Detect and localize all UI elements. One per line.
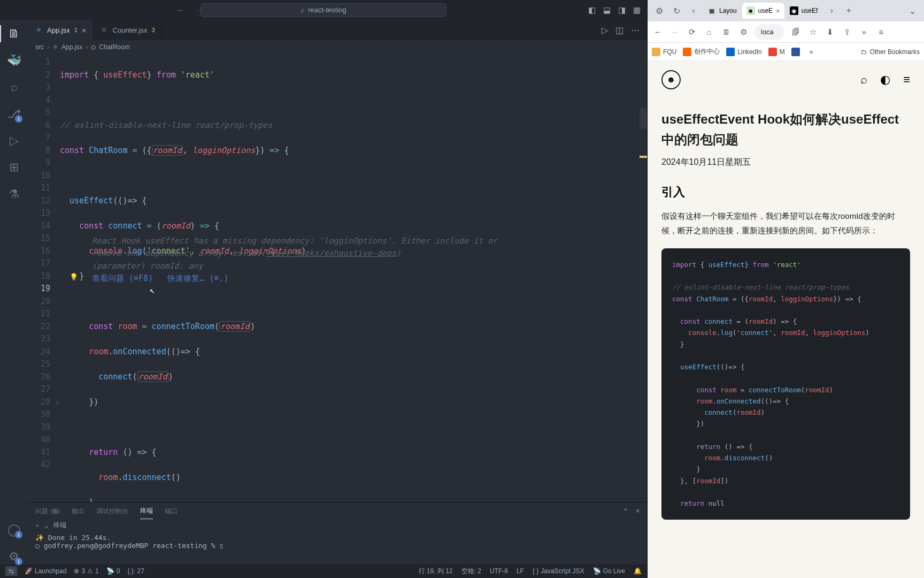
url-bar: ← → ⟳ ⌂ 🗏 ⚙ loca 🗐 ☆ ⬇ ⇪ » ≡: [648, 21, 924, 43]
tab-counter-jsx[interactable]: ⚛ Counter.jsx 3: [94, 20, 162, 40]
new-tab-icon[interactable]: +: [841, 3, 856, 18]
tab-ports[interactable]: 端口: [165, 504, 178, 519]
code-block[interactable]: import { useEffect} from 'react' // esli…: [661, 248, 910, 520]
article-date: 2024年10月11日星期五: [661, 157, 910, 168]
indent[interactable]: 空格: 2: [461, 567, 481, 576]
site-info-icon[interactable]: 🗏: [720, 27, 732, 36]
close-icon[interactable]: ×: [636, 507, 640, 515]
nav-back-icon[interactable]: ←: [652, 27, 664, 36]
reader-icon[interactable]: 🗐: [790, 27, 802, 36]
bookmark[interactable]: [791, 48, 800, 56]
nav-back-icon[interactable]: ←: [176, 5, 185, 15]
more-icon[interactable]: »: [858, 27, 870, 36]
editor[interactable]: 1234567891011121314151617181920212223242…: [28, 54, 647, 502]
remote-indicator[interactable]: ⇆: [5, 566, 17, 576]
panel-bottom-icon[interactable]: ⬓: [603, 5, 611, 15]
explorer-icon[interactable]: 🗎: [6, 26, 21, 41]
download-icon[interactable]: ⬇: [824, 27, 836, 37]
react-file-icon: ⚛: [52, 43, 58, 51]
search-text: react-testing: [308, 6, 346, 14]
bookmark[interactable]: 创作中心: [683, 47, 720, 56]
docker-icon[interactable]: 🐳: [6, 53, 21, 68]
lang-mode[interactable]: { } JavaScript JSX: [533, 567, 584, 575]
ext-icon[interactable]: ⚙: [652, 3, 667, 18]
panel-tabs: 问题4 输出 调试控制台 终端 端口 ⌃ ×: [28, 503, 647, 520]
status-bar: ⇆ 🚀 Launchpad ⊗ 3 ⚠ 1 📡 0 {.}: 27 行 19, …: [0, 564, 647, 578]
go-live[interactable]: 📡 Go Live: [593, 567, 625, 575]
ports[interactable]: 📡 0: [106, 567, 120, 575]
tab-problems[interactable]: 问题4: [35, 504, 60, 519]
chevron-down-icon[interactable]: ⌄: [44, 522, 48, 529]
encoding[interactable]: UTF-8: [490, 567, 508, 575]
paragraph: 假设有这样一个聊天室组件，我们希望可以在每次roomId改变的时候，断开之前的连…: [661, 209, 910, 238]
url-input[interactable]: loca: [754, 24, 784, 40]
minimap[interactable]: [640, 54, 647, 502]
bookmark[interactable]: LinkedIn: [726, 48, 761, 56]
debug-icon[interactable]: ▷: [6, 133, 21, 148]
vscode-window: ← → ⌕ react-testing ◧ ⬓ ◨ ▦ 🗎 🐳 ⌕ ⎇1 ▷ ⊞: [0, 0, 647, 578]
symbol-icon: ◇: [91, 43, 96, 51]
search-icon[interactable]: ⌕: [6, 80, 21, 95]
theme-toggle-icon[interactable]: ◐: [880, 73, 890, 87]
braces-count[interactable]: {.}: 27: [127, 567, 144, 575]
tab-debug-console[interactable]: 调试控制台: [96, 504, 128, 519]
browser-tabstrip: ⚙ ↻ ‹ ▦Layou ☻useE× ◉useEf › + ⌄: [648, 0, 924, 21]
lightbulb-icon[interactable]: 💡: [70, 271, 78, 284]
settings-gear-icon[interactable]: ⚙1: [6, 549, 21, 564]
panel-right-icon[interactable]: ◨: [618, 5, 626, 15]
reload-icon[interactable]: ⟳: [686, 27, 698, 37]
notifications-icon[interactable]: 🔔: [634, 567, 642, 575]
close-icon[interactable]: ×: [776, 7, 780, 15]
chevron-right-icon[interactable]: ›: [35, 522, 39, 529]
menu-icon[interactable]: ≡: [875, 27, 887, 36]
eol[interactable]: LF: [517, 567, 524, 575]
code[interactable]: import { useEffect} from 'react' // esli…: [60, 54, 647, 502]
account-icon[interactable]: ◯1: [6, 522, 21, 537]
cursor-pos[interactable]: 行 19, 列 12: [419, 567, 453, 576]
nav-fwd-icon[interactable]: →: [669, 27, 681, 36]
bc-folder: src: [35, 43, 44, 51]
more-icon[interactable]: ⋯: [631, 25, 640, 35]
launchpad[interactable]: 🚀 Launchpad: [25, 567, 66, 575]
search-icon[interactable]: ⌕: [860, 73, 867, 87]
other-bookmarks[interactable]: 🗀 Other Bookmarks: [861, 48, 920, 56]
close-icon[interactable]: ×: [82, 26, 87, 35]
source-control-icon[interactable]: ⎇1: [6, 107, 21, 121]
errors[interactable]: ⊗ 3 ⚠ 1: [74, 567, 98, 575]
tab-app-jsx[interactable]: ⚛ App.jsx 1 ×: [28, 20, 94, 40]
more-icon[interactable]: »: [810, 48, 813, 56]
tab-list-icon[interactable]: ⌄: [905, 3, 920, 18]
search-icon: ⌕: [301, 6, 305, 14]
bookmark[interactable]: FQU: [652, 48, 676, 56]
browser-tab-active[interactable]: ☻useE×: [742, 3, 784, 19]
terminal[interactable]: › ⌄ 终端 ✨ Done in 25.44s. ○ godfrey.peng@…: [28, 520, 647, 564]
browser-tab[interactable]: ▦Layou: [703, 3, 741, 19]
tab-next-icon[interactable]: ›: [824, 3, 839, 18]
nav-arrows: ← →: [176, 5, 203, 15]
fold-icon[interactable]: ›: [56, 397, 59, 409]
chevron-up-icon[interactable]: ⌃: [623, 507, 628, 515]
tab-prev-icon[interactable]: ‹: [686, 3, 701, 18]
tab-output[interactable]: 输出: [72, 504, 84, 519]
bookmark[interactable]: M: [768, 48, 785, 56]
run-icon[interactable]: ▷: [602, 25, 608, 35]
test-icon[interactable]: ⚗: [6, 187, 21, 202]
extensions-icon[interactable]: ⊞: [6, 160, 21, 175]
tab-terminal[interactable]: 终端: [140, 503, 153, 519]
blog-logo[interactable]: ☻: [661, 70, 681, 89]
browser-tab[interactable]: ◉useEf: [786, 3, 822, 19]
panel-left-icon[interactable]: ◧: [588, 5, 596, 15]
star-icon[interactable]: ☆: [807, 27, 819, 37]
history-icon[interactable]: ↻: [669, 3, 684, 18]
command-center[interactable]: ⌕ react-testing: [201, 3, 446, 17]
gutter: 1234567891011121314151617181920212223242…: [28, 54, 60, 502]
breadcrumb[interactable]: src › ⚛ App.jsx › ◇ ChatRoom: [28, 40, 647, 54]
split-icon[interactable]: ◫: [615, 25, 623, 35]
share-icon[interactable]: ⇪: [841, 27, 853, 37]
tune-icon[interactable]: ⚙: [737, 27, 749, 37]
nav-fwd-icon[interactable]: →: [195, 5, 203, 15]
home-icon[interactable]: ⌂: [703, 27, 715, 36]
page-content[interactable]: ☻ ⌕ ◐ ≡ useEffectEvent Hook如何解决useEffect…: [648, 61, 924, 578]
layout-grid-icon[interactable]: ▦: [633, 5, 641, 15]
menu-icon[interactable]: ≡: [903, 73, 910, 87]
